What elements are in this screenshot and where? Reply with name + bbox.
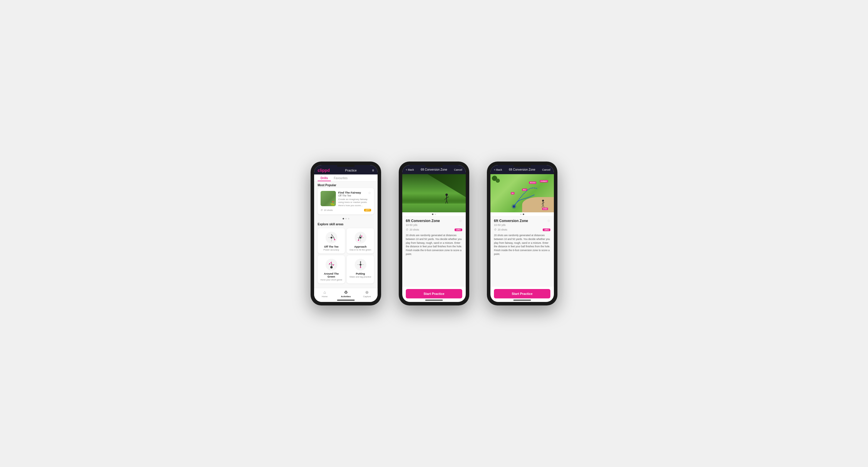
off-the-tee-icon <box>320 231 343 244</box>
tabs-bar: Drills Favourites <box>314 174 378 181</box>
svg-line-27 <box>446 197 449 198</box>
activities-label: Activities <box>341 295 350 298</box>
skill-desc-putting: Make and lag practice <box>349 275 372 278</box>
skill-around-green[interactable]: Around The Green Hone your short game <box>318 255 345 283</box>
app-logo: clippd <box>318 168 330 173</box>
phones-container: clippd Practice ≡ Drills Favourites Most… <box>311 162 557 305</box>
skill-desc-ott: Power accuracy <box>320 248 343 251</box>
phone-2-screen: < Back 6ft Conversion Zone Cancel <box>402 165 466 302</box>
detail-body-phone2: 6ft Conversion Zone 10-50 yds ☆ ⏱ 20 sho… <box>402 216 466 287</box>
putting-icon <box>349 258 372 271</box>
tab-drills[interactable]: Drills <box>318 174 331 181</box>
svg-point-8 <box>360 237 362 238</box>
svg-point-31 <box>513 205 515 208</box>
svg-point-32 <box>542 200 544 201</box>
most-popular-label: Most Popular <box>314 181 378 188</box>
svg-point-14 <box>330 266 333 268</box>
favourite-icon[interactable]: ☆ <box>368 191 371 195</box>
dot-1[interactable] <box>432 213 433 215</box>
svg-point-10 <box>361 236 362 237</box>
shots-row: ⏱ 20 shots ARG <box>406 228 462 231</box>
activities-icon: ♻ <box>344 290 348 295</box>
capture-label: Capture <box>363 295 371 298</box>
phone-2: < Back 6ft Conversion Zone Cancel <box>399 162 469 305</box>
cancel-button[interactable]: Cancel <box>454 168 462 171</box>
dot-1[interactable] <box>520 213 522 215</box>
tab-favourites[interactable]: Favourites <box>331 174 350 181</box>
detail-body-phone3: 6ft Conversion Zone 10-50 yds ☆ ⏱ 20 sho… <box>490 216 554 287</box>
around-green-icon <box>320 258 343 271</box>
nav-home[interactable]: ⌂ Home <box>314 290 335 298</box>
skill-putting[interactable]: Putting Make and lag practice <box>347 255 374 283</box>
drill-yardage-phone3: 10-50 yds <box>494 224 528 227</box>
phone1-header: clippd Practice ≡ <box>314 165 378 174</box>
back-button[interactable]: < Back <box>406 168 414 171</box>
tag-arg-phone3: ARG <box>543 229 550 231</box>
favourite-icon-phone3[interactable]: ☆ <box>547 219 550 223</box>
explore-label: Explore skill areas <box>314 221 378 227</box>
golfer-figure <box>444 193 450 205</box>
svg-point-4 <box>334 239 335 240</box>
menu-icon[interactable]: ≡ <box>372 168 374 172</box>
drill-title: Find The Fairway <box>338 191 361 194</box>
svg-point-17 <box>329 263 330 264</box>
tag-ott: OTT <box>364 209 371 211</box>
svg-point-3 <box>331 237 332 238</box>
skill-name-approach: Approach <box>349 245 372 248</box>
phone-3-screen: < Back 6ft Conversion Zone Cancel FAIRWA… <box>490 165 554 302</box>
home-label: Home <box>322 295 328 298</box>
nav-capture[interactable]: ⊕ Capture <box>356 290 378 298</box>
svg-point-24 <box>445 194 448 196</box>
start-practice-button-phone3[interactable]: Start Practice <box>494 289 550 298</box>
start-practice-button[interactable]: Start Practice <box>406 289 462 298</box>
clock-icon-phone3: ⏱ <box>494 228 497 231</box>
skill-approach[interactable]: Approach Dial-in to hit the green <box>347 228 374 254</box>
svg-point-15 <box>331 262 332 263</box>
clock-icon: ⏱ <box>320 209 323 211</box>
skill-name-atg: Around The Green <box>320 272 343 278</box>
golf-map: FAIRWAY ROUGH Hit Miss SAND <box>490 174 554 212</box>
skill-off-the-tee[interactable]: Off The Tee Power accuracy <box>318 228 345 254</box>
svg-line-36 <box>542 205 543 207</box>
dot-3[interactable] <box>348 218 349 220</box>
skill-areas-grid: Off The Tee Power accuracy <box>314 227 378 287</box>
dot-2[interactable] <box>435 213 436 215</box>
drill-card-featured[interactable]: Find The Fairway Off The Tee ☆ Create an… <box>318 188 374 214</box>
clock-icon-detail: ⏱ <box>406 228 408 231</box>
drill-yardage: 10-50 yds <box>406 224 440 227</box>
back-button-phone3[interactable]: < Back <box>494 168 502 171</box>
golf-thumb-image <box>320 191 336 206</box>
phone2-header: < Back 6ft Conversion Zone Cancel <box>402 165 466 174</box>
drill-footer: ⏱ 10 shots OTT <box>320 209 371 211</box>
capture-icon: ⊕ <box>365 290 369 295</box>
phone-1: clippd Practice ≡ Drills Favourites Most… <box>311 162 381 305</box>
phone-1-screen: clippd Practice ≡ Drills Favourites Most… <box>314 165 378 302</box>
shots-count-phone3: 20 shots <box>498 228 507 231</box>
favourite-icon-detail[interactable]: ☆ <box>459 219 462 223</box>
dot-2[interactable] <box>523 213 524 215</box>
svg-line-26 <box>444 198 446 200</box>
shots-label: 10 shots <box>324 209 333 211</box>
shots-count: 20 shots <box>410 228 419 231</box>
dot-1[interactable] <box>343 218 344 220</box>
shots-row-phone3: ⏱ 20 shots ARG <box>494 228 550 231</box>
drill-thumbnail <box>320 191 336 206</box>
dot-2[interactable] <box>345 218 347 220</box>
image-dots-phone2 <box>402 212 466 216</box>
phone3-header: < Back 6ft Conversion Zone Cancel <box>490 165 554 174</box>
approach-icon <box>349 231 372 244</box>
svg-point-23 <box>360 261 361 263</box>
ground <box>402 204 466 212</box>
phone1-content: Most Popular Find The Fairway Off The Te… <box>314 181 378 288</box>
svg-point-16 <box>333 264 334 266</box>
home-icon: ⌂ <box>323 290 326 295</box>
carousel-dots <box>314 217 378 221</box>
header-title: Practice <box>345 169 357 172</box>
drill-name: 6ft Conversion Zone <box>406 219 440 223</box>
cancel-button-phone3[interactable]: Cancel <box>542 168 550 171</box>
tag-arg: ARG <box>455 229 462 231</box>
svg-point-9 <box>358 240 359 241</box>
skill-name-ott: Off The Tee <box>320 245 343 248</box>
drill-full-description-phone3: 20 shots are randomly generated at dista… <box>494 234 550 256</box>
nav-activities[interactable]: ♻ Activities <box>335 290 356 298</box>
